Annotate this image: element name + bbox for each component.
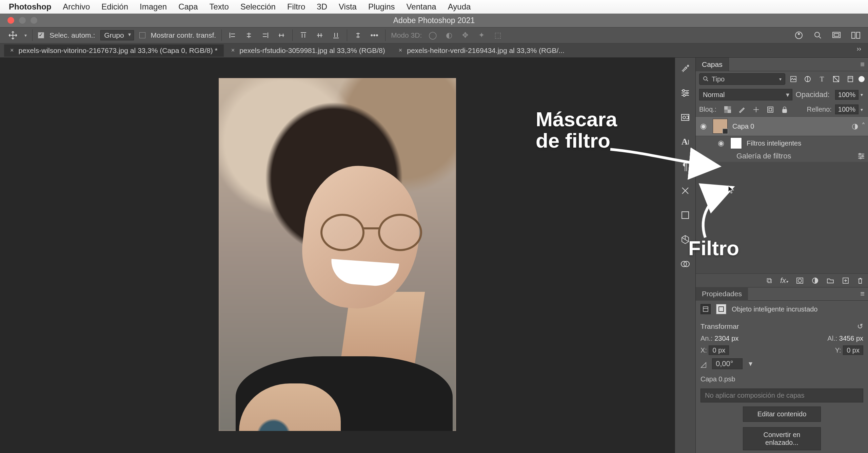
opacity-flyout-icon[interactable]: ▾ [859, 92, 865, 97]
fill-label: Relleno: [807, 106, 831, 113]
filter-gallery-row[interactable]: Galería de filtros [696, 150, 868, 162]
cloud-docs-icon[interactable] [793, 30, 804, 41]
fill-flyout-icon[interactable]: ▾ [859, 107, 865, 112]
x-input[interactable]: 0 px [709, 345, 729, 355]
filter-toggle[interactable] [859, 76, 865, 82]
svg-rect-23 [728, 110, 731, 113]
layer-capa0[interactable]: ◉ Capa 0 ◑ ˄ [696, 116, 868, 136]
screen-mode-icon[interactable] [831, 30, 842, 41]
new-group-icon[interactable] [827, 278, 834, 284]
traffic-max-icon[interactable] [31, 17, 37, 24]
smart-filters-row[interactable]: ◉ Filtros inteligentes [696, 136, 868, 150]
menu-texto[interactable]: Texto [210, 2, 229, 12]
paragraph-icon[interactable]: ¶ [678, 159, 692, 173]
brush-settings-icon[interactable] [678, 62, 692, 75]
lock-all-icon[interactable] [780, 105, 789, 114]
collapse-panels-icon[interactable]: ›› [857, 45, 861, 53]
filter-adjust-icon[interactable] [803, 74, 812, 84]
distribute-h-icon[interactable] [276, 30, 287, 41]
align-bottom-icon[interactable] [331, 30, 341, 41]
angle-input[interactable]: 0,00° [712, 358, 743, 369]
properties-tab[interactable]: Propiedades [696, 287, 748, 301]
lock-artboard-icon[interactable] [766, 105, 775, 114]
filter-smartobj-icon[interactable] [846, 74, 855, 84]
reset-transform-icon[interactable]: ↺ [857, 322, 863, 331]
align-top-icon[interactable] [298, 30, 309, 41]
document-canvas[interactable] [219, 78, 456, 431]
tab-close-icon[interactable]: × [10, 47, 14, 54]
align-vcenter-icon[interactable] [314, 30, 325, 41]
filter-type-icon[interactable]: T [817, 74, 827, 84]
menu-edicion[interactable]: Edición [101, 2, 128, 12]
artboards-icon[interactable] [678, 208, 692, 222]
menu-imagen[interactable]: Imagen [140, 2, 167, 12]
panel-menu-icon[interactable]: ≡ [860, 289, 865, 298]
swatches-icon[interactable] [678, 184, 692, 197]
layer-name[interactable]: Capa 0 [732, 122, 754, 130]
move-tool-icon[interactable] [7, 29, 19, 41]
filter-mask-thumbnail[interactable] [730, 137, 742, 149]
align-right-icon[interactable] [260, 30, 271, 41]
width-value[interactable]: 2304 px [714, 335, 738, 342]
opacity-input[interactable]: 100% [835, 90, 859, 100]
tab-close-icon[interactable]: × [399, 47, 402, 54]
filter-shape-icon[interactable] [831, 74, 841, 84]
edit-contents-button[interactable]: Editar contenido [743, 407, 821, 422]
menu-vista[interactable]: Vista [339, 2, 357, 12]
menu-filtro[interactable]: Filtro [287, 2, 305, 12]
angle-flyout-icon[interactable]: ▾ [747, 359, 754, 368]
add-mask-icon[interactable] [796, 277, 804, 284]
svg-rect-20 [848, 76, 853, 82]
panel-menu-icon[interactable]: ≡ [860, 60, 865, 69]
tab-close-icon[interactable]: × [231, 47, 235, 54]
new-layer-icon[interactable] [842, 277, 849, 284]
align-hcenter-icon[interactable] [243, 30, 254, 41]
y-input[interactable]: 0 px [843, 345, 863, 355]
blend-mode-dropdown[interactable]: Normal [699, 89, 792, 100]
fx-icon[interactable]: fx▾ [780, 276, 788, 285]
height-value[interactable]: 3456 px [839, 335, 863, 342]
convert-linked-button[interactable]: Convertir en enlazado... [743, 427, 821, 450]
new-adjustment-icon[interactable] [812, 277, 818, 284]
traffic-min-icon[interactable] [19, 17, 26, 24]
fill-input[interactable]: 100% [835, 105, 859, 114]
auto-select-type-dropdown[interactable]: Grupo [100, 30, 134, 40]
delete-layer-icon[interactable] [857, 277, 863, 284]
lock-transparency-icon[interactable] [723, 105, 732, 114]
traffic-close-icon[interactable] [7, 17, 14, 24]
expand-icon[interactable]: ˄ [862, 122, 865, 131]
menu-seleccion[interactable]: Selección [240, 2, 276, 12]
layer-thumbnail[interactable] [713, 119, 728, 134]
auto-select-checkbox[interactable] [38, 32, 44, 38]
visibility-icon[interactable]: ◉ [698, 122, 708, 131]
layer-filter-dropdown[interactable]: Tipo ▾ [699, 73, 785, 85]
visibility-icon[interactable]: ◉ [716, 139, 726, 148]
libraries-icon[interactable] [678, 111, 692, 124]
search-icon[interactable] [812, 30, 823, 41]
menu-capa[interactable]: Capa [178, 2, 198, 12]
menu-plugins[interactable]: Plugins [368, 2, 395, 12]
show-transform-checkbox[interactable] [139, 32, 145, 38]
filter-blend-options-icon[interactable] [857, 153, 865, 159]
character-icon[interactable]: A| [678, 135, 692, 149]
distribute-v-icon[interactable] [353, 30, 363, 41]
lock-position-icon[interactable] [752, 105, 761, 114]
arrange-docs-icon[interactable] [850, 30, 861, 41]
menu-ayuda[interactable]: Ayuda [448, 2, 471, 12]
doc-tab-2[interactable]: × pexels-rfstudio-3059981.jpg al 33,3% (… [225, 44, 391, 57]
filter-pixel-icon[interactable] [789, 74, 798, 84]
tool-dropdown-icon[interactable]: ▾ [24, 33, 27, 38]
doc-tab-1[interactable]: × pexels-wilson-vitorino-2167673.jpg al … [4, 44, 224, 57]
menu-3d[interactable]: 3D [317, 2, 327, 12]
link-layers-icon[interactable]: ⧉ [767, 276, 772, 285]
lock-pixels-icon[interactable] [737, 105, 746, 114]
align-left-icon[interactable] [227, 30, 238, 41]
doc-tab-3[interactable]: × pexels-heitor-verdi-2169434.jpg al 33,… [393, 44, 571, 57]
adjustments-icon[interactable] [678, 86, 692, 100]
menu-archivo[interactable]: Archivo [63, 2, 90, 12]
more-align-icon[interactable]: ••• [369, 30, 380, 41]
layers-tab[interactable]: Capas [696, 58, 729, 71]
filter-effects-icon[interactable]: ◑ [852, 122, 858, 131]
menu-ventana[interactable]: Ventana [407, 2, 436, 12]
menu-photoshop[interactable]: Photoshop [9, 2, 51, 12]
